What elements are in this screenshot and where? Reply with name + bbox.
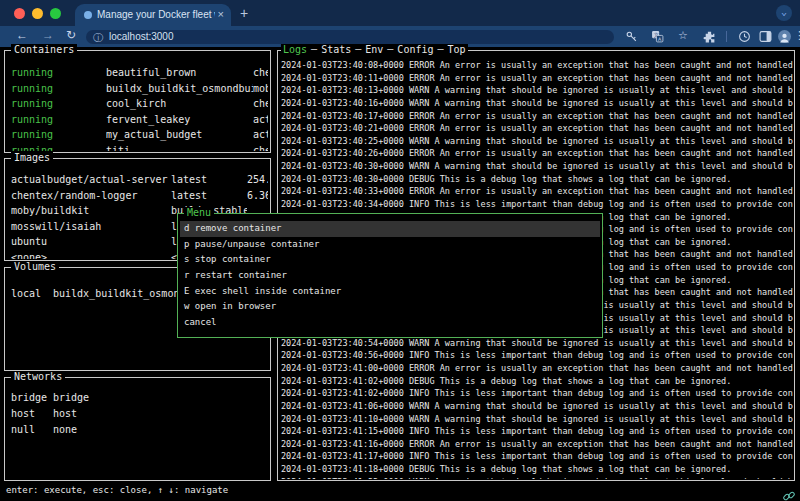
network-name: bridge (11, 390, 53, 406)
tab-stats[interactable]: Stats (321, 44, 351, 55)
log-line: 2024-01-03T23:41:06+0000 WARN A warning … (281, 400, 793, 413)
logs-tab-bar: Logs─Stats─Env─Config─Top (281, 44, 468, 55)
container-actions-menu: Menu d remove containerp pause/unpause c… (177, 213, 603, 338)
log-line: 2024-01-03T23:41:02+0000 DEBUG This is a… (281, 375, 793, 388)
container-name: titi (106, 143, 253, 152)
tab-search-button[interactable]: ⌄ (776, 5, 792, 21)
container-image: chentex/random-logger (253, 65, 268, 81)
extensions-puzzle-icon[interactable] (703, 29, 716, 47)
new-tab-button[interactable]: + (240, 5, 248, 21)
profile-avatar[interactable] (778, 30, 791, 43)
log-line: 2024-01-03T23:40:33+0000 ERROR An error … (281, 185, 793, 198)
menu-item-p[interactable]: p pause/unpause container (180, 237, 600, 253)
log-line: 2024-01-03T23:40:08+0000 ERROR An error … (281, 59, 793, 72)
log-line: 2024-01-03T23:41:10+0000 WARN A warning … (281, 413, 793, 426)
network-row[interactable]: nullnone (11, 422, 268, 438)
log-line: 2024-01-03T23:41:02+0000 INFO This is le… (281, 387, 793, 400)
container-status: running (11, 143, 106, 152)
menu-item-r[interactable]: r restart container (180, 268, 600, 284)
window-minimize-button[interactable] (32, 8, 43, 19)
image-name: actualbudget/actual-server (11, 172, 171, 188)
tab-env[interactable]: Env (365, 44, 383, 55)
network-driver: bridge (53, 390, 268, 406)
network-name: null (11, 422, 53, 438)
image-row[interactable]: actualbudget/actual-serverlatest254.9MB (11, 172, 268, 188)
log-line: 2024-01-03T23:40:17+0000 ERROR An error … (281, 110, 793, 123)
address-bar[interactable]: ⓘ localhost:3000 (86, 30, 614, 44)
menu-title: Menu (184, 207, 214, 218)
menu-item-s[interactable]: s stop container (180, 252, 600, 268)
log-line: 2024-01-03T23:41:15+0000 INFO This is le… (281, 425, 793, 438)
sync-icon[interactable] (738, 29, 751, 47)
log-line: 2024-01-03T23:40:54+0000 WARN A warning … (281, 337, 793, 350)
reload-icon[interactable]: ↻ (66, 28, 76, 42)
back-icon[interactable]: ← (16, 28, 28, 42)
container-row[interactable]: runningmy_actual_budgetactualbudget/actu… (11, 127, 268, 143)
container-row[interactable]: runningcool_kirchchentex/random-logger (11, 96, 268, 112)
container-image: moby/buildkit (253, 81, 268, 97)
network-row[interactable]: hosthost (11, 406, 268, 422)
window-close-button[interactable] (14, 8, 25, 19)
tab-separator: ─ (437, 44, 443, 55)
log-line: 2024-01-03T23:40:11+0000 ERROR An error … (281, 72, 793, 85)
browser-menu-kebab-icon[interactable]: ⋮ (794, 29, 800, 42)
tab-close-icon[interactable]: × (218, 8, 224, 20)
network-row[interactable]: bridgebridge (11, 390, 268, 406)
tab-logs[interactable]: Logs (283, 44, 307, 55)
container-row[interactable]: runningbuildx_buildkit_osmondbuilder0mob… (11, 81, 268, 97)
side-panel-icon[interactable] (759, 29, 772, 47)
forward-icon[interactable]: → (42, 28, 54, 42)
browser-titlebar: Manage your Docker fleet w × + ⌄ (0, 0, 800, 26)
image-name: chentex/random-logger (11, 188, 171, 204)
log-line: 2024-01-03T23:40:21+0000 ERROR An error … (281, 122, 793, 135)
container-image: actualbudget/actual-server (253, 112, 268, 128)
log-line: 2024-01-03T23:40:25+0000 WARN A warning … (281, 135, 793, 148)
network-name: host (11, 406, 53, 422)
log-line: 2024-01-03T23:40:26+0000 ERROR An error … (281, 147, 793, 160)
connection-link-icon (783, 487, 795, 499)
window-zoom-button[interactable] (50, 8, 61, 19)
menu-item-w[interactable]: w open in browser (180, 299, 600, 315)
log-line: 2024-01-03T23:41:00+0000 ERROR An error … (281, 362, 793, 375)
containers-list: runningbeautiful_brownchentex/random-log… (11, 65, 268, 151)
image-tag: latest (171, 188, 247, 204)
image-tag: latest (171, 172, 247, 188)
container-status: running (11, 112, 106, 128)
log-line: 2024-01-03T23:41:16+0000 ERROR An error … (281, 438, 793, 451)
containers-panel: Containers runningbeautiful_brownchentex… (4, 50, 271, 153)
image-row[interactable]: chentex/random-loggerlatest6.36MB (11, 188, 268, 204)
tab-favicon-icon (84, 11, 92, 19)
tab-top[interactable]: Top (448, 44, 466, 55)
images-panel-title: Images (11, 152, 53, 163)
log-line: 2024-01-03T23:40:16+0000 WARN A warning … (281, 97, 793, 110)
container-name: beautiful_brown (106, 65, 253, 81)
container-row[interactable]: runningtitichentex/random-logger (11, 143, 268, 152)
bookmark-star-icon[interactable]: ☆ (678, 29, 688, 42)
image-name: mosswill/isaiah (11, 219, 171, 235)
menu-item-d[interactable]: d remove container (180, 221, 600, 237)
tab-separator: ─ (387, 44, 393, 55)
tab-title: Manage your Docker fleet w (97, 9, 215, 22)
container-image: actualbudget/actual-server (253, 127, 268, 143)
container-status: running (11, 127, 106, 143)
toolbar-divider (726, 31, 727, 42)
log-line: 2024-01-03T23:40:30+0000 WARN A warning … (281, 160, 793, 173)
image-size: 6.36MB (247, 188, 268, 204)
containers-panel-title: Containers (11, 44, 77, 55)
container-status: running (11, 96, 106, 112)
image-size: 254.9MB (247, 172, 268, 188)
networks-panel: Networks bridgebridgehosthostnullnone (4, 377, 271, 481)
docker-tui: Containers runningbeautiful_brownchentex… (0, 47, 800, 501)
tab-config[interactable]: Config (397, 44, 433, 55)
translate-icon[interactable]: 文A (651, 29, 664, 47)
browser-tab[interactable]: Manage your Docker fleet w × (75, 4, 231, 26)
menu-item-cancel[interactable]: cancel (180, 315, 600, 331)
site-info-icon[interactable]: ⓘ (93, 31, 103, 45)
container-row[interactable]: runningfervent_leakeyactualbudget/actual… (11, 112, 268, 128)
volumes-panel-title: Volumes (11, 261, 59, 272)
image-name: <none> (11, 250, 171, 260)
log-line: 2024-01-03T23:41:22+0000 WARN A warning … (281, 476, 793, 479)
password-key-icon[interactable] (625, 29, 638, 47)
menu-item-E[interactable]: E exec shell inside container (180, 284, 600, 300)
container-row[interactable]: runningbeautiful_brownchentex/random-log… (11, 65, 268, 81)
